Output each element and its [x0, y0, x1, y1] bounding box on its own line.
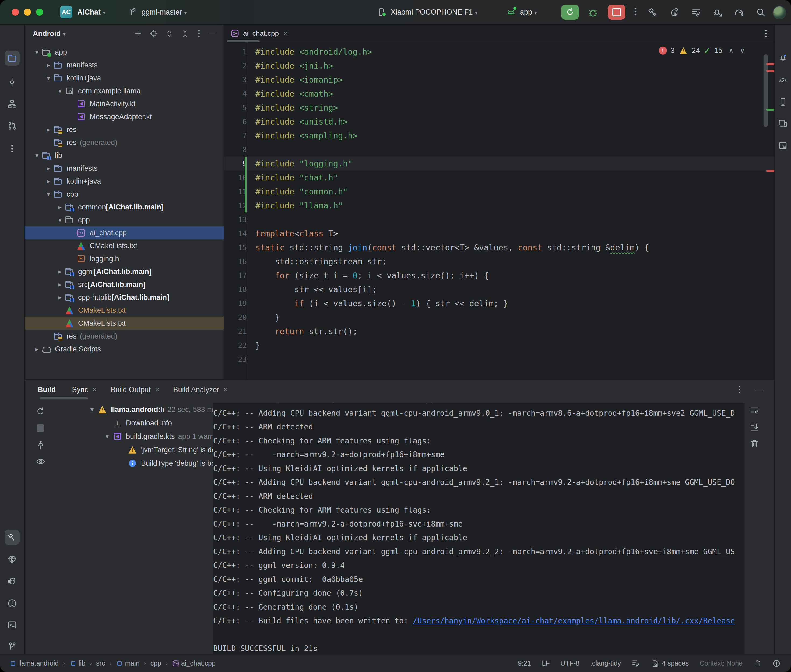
apply-changes-button[interactable]: A [669, 7, 680, 18]
collapse-all-icon[interactable] [181, 29, 189, 38]
filter-messages-eye-icon[interactable] [36, 457, 45, 466]
commit-tool-button[interactable] [5, 75, 20, 90]
code-line[interactable]: 12#include "llama.h" [224, 198, 774, 213]
run-more-actions-button[interactable] [635, 6, 636, 17]
code-line[interactable]: 16 std::ostringstream str; [224, 254, 774, 268]
minimize-window-button[interactable] [24, 9, 31, 16]
tree-row[interactable]: ▾app [25, 46, 224, 59]
code-line[interactable]: 14template<class T> [224, 226, 774, 240]
build-tree-row[interactable]: ▾build.gradle.ktsapp 1 warning [87, 430, 213, 443]
build-tab-build-analyzer[interactable]: Build Analyzer× [173, 386, 228, 394]
user-avatar[interactable] [773, 6, 786, 19]
code-line[interactable]: 13 [224, 213, 774, 226]
code-line[interactable]: 8 [224, 142, 774, 157]
app-inspection-tool-button[interactable] [776, 138, 790, 153]
code-line[interactable]: 9#include "logging.h" [224, 157, 774, 171]
code-area[interactable]: 1#include <android/log.h>2#include <jni.… [224, 43, 774, 379]
build-tree-row[interactable]: 'jvmTarget: String' is deprec [87, 443, 213, 457]
code-line[interactable]: 20 } [224, 310, 774, 324]
chevron-collapsed-icon[interactable]: ▸ [55, 281, 64, 288]
code-line[interactable]: 22} [224, 338, 774, 352]
chevron-expanded-icon[interactable]: ▾ [55, 87, 64, 94]
build-tab-build-output[interactable]: Build Output× [111, 386, 159, 394]
tree-row[interactable]: ▾cpp [25, 188, 224, 201]
tree-row[interactable]: ▸ggml [AiChat.lib.main] [25, 265, 224, 278]
code-line[interactable]: 5#include <string> [224, 101, 774, 115]
run-configuration[interactable]: app ▾ [506, 7, 539, 17]
caret-position[interactable]: 9:21 [518, 659, 531, 667]
code-line[interactable]: 7#include <sampling.h> [224, 128, 774, 142]
soft-wrap-icon[interactable] [749, 405, 759, 415]
close-tab-icon[interactable]: × [284, 29, 288, 38]
line-ending[interactable]: LF [542, 659, 550, 667]
gradle-tool-button[interactable] [776, 73, 790, 88]
tree-row[interactable]: ▸common [AiChat.lib.main] [25, 201, 224, 213]
code-line[interactable]: 6#include <unistd.h> [224, 115, 774, 128]
gradle-sync-button[interactable] [733, 7, 745, 18]
code-line[interactable]: 2#include <jni.h> [224, 59, 774, 73]
build-console[interactable]: C/C++: -- Using KleidiAI optimized kerne… [213, 403, 745, 655]
search-everywhere-button[interactable] [756, 7, 766, 18]
tree-row[interactable]: CMakeLists.txt [25, 317, 224, 330]
chevron-collapsed-icon[interactable]: ▸ [32, 345, 42, 353]
breadcrumb-item[interactable]: ›cpp [140, 659, 161, 667]
project-tool-button[interactable] [5, 51, 20, 66]
hide-panel-icon[interactable]: — [209, 29, 217, 38]
code-line[interactable]: 23 [224, 352, 774, 366]
indent-widget[interactable]: 4 spaces [651, 659, 689, 667]
tree-row[interactable]: MessageAdapter.kt [25, 110, 224, 123]
terminal-tool-button[interactable] [5, 618, 20, 632]
chevron-collapsed-icon[interactable]: ▸ [44, 61, 53, 69]
build-output-link[interactable]: /Users/hanyin/Workspace/ai-chat/examples… [413, 616, 735, 625]
debug-button[interactable] [587, 7, 598, 18]
code-line[interactable]: 11#include "common.h" [224, 184, 774, 198]
tree-row[interactable]: ▸cpp-httplib [AiChat.lib.main] [25, 291, 224, 304]
build-tree-row[interactable]: ▾llama.android: fi22 sec, 583 ms [87, 403, 213, 416]
pull-requests-tool-button[interactable] [5, 118, 20, 133]
breadcrumb-item[interactable]: ›src [85, 659, 105, 667]
tree-row[interactable]: ▾cpp [25, 213, 224, 226]
tab-scrollbar[interactable] [227, 40, 260, 42]
attach-debugger-button[interactable] [712, 7, 723, 18]
build-project-button[interactable] [647, 7, 658, 18]
running-devices-tool-button[interactable] [776, 116, 790, 131]
tree-row[interactable]: ▸kotlin+java [25, 175, 224, 188]
structure-tool-button[interactable] [5, 96, 20, 112]
project-view-selector[interactable]: Android [33, 30, 61, 38]
editor-tab-options-icon[interactable] [765, 29, 767, 39]
logcat-tool-button[interactable] [5, 574, 20, 589]
pin-tab-icon[interactable] [36, 440, 45, 450]
restart-build-icon[interactable] [35, 406, 45, 416]
close-window-button[interactable] [12, 9, 19, 16]
tree-row[interactable]: ▸manifests [25, 162, 224, 175]
scroll-to-end-icon[interactable] [749, 422, 759, 432]
build-tool-button[interactable] [5, 530, 20, 545]
tree-row[interactable]: ▸manifests [25, 59, 224, 72]
build-tab-sync[interactable]: Sync× [72, 386, 97, 394]
chevron-expanded-icon[interactable]: ▾ [44, 190, 53, 198]
code-line[interactable]: 10#include "chat.h" [224, 171, 774, 184]
chevron-expanded-icon[interactable]: ▾ [44, 74, 53, 82]
device-manager-tool-button[interactable] [776, 94, 790, 109]
chevron-expanded-icon[interactable]: ▾ [32, 152, 42, 159]
code-line[interactable]: 18 str << values[i]; [224, 282, 774, 296]
tree-row[interactable]: ▾kotlin+java [25, 72, 224, 85]
maximize-window-button[interactable] [36, 9, 43, 16]
tree-row[interactable]: MainActivity.kt [25, 98, 224, 110]
tree-row[interactable]: ▸src [AiChat.lib.main] [25, 278, 224, 291]
code-line[interactable]: 17 for (size_t i = 0; i < values.size();… [224, 268, 774, 282]
code-line[interactable]: 4#include <cmath> [224, 86, 774, 101]
tree-row[interactable]: ▾lib [25, 149, 224, 162]
file-encoding[interactable]: UTF-8 [560, 659, 579, 667]
device-selector[interactable]: Xiaomi POCOPHONE F1 ▾ [377, 8, 479, 17]
breadcrumb-item[interactable]: ›main [105, 659, 140, 668]
stop-build-icon[interactable] [37, 424, 44, 432]
more-tool-windows-button[interactable] [5, 141, 20, 157]
chevron-expanded-icon[interactable]: ▾ [87, 406, 98, 413]
hide-build-panel-icon[interactable]: — [756, 385, 764, 394]
chevron-collapsed-icon[interactable]: ▸ [44, 178, 53, 185]
add-icon[interactable] [134, 29, 142, 38]
tree-row[interactable]: res(generated) [25, 136, 224, 149]
unlocked-padlock-icon[interactable] [753, 659, 761, 667]
breadcrumb-item[interactable]: llama.android [9, 659, 59, 668]
